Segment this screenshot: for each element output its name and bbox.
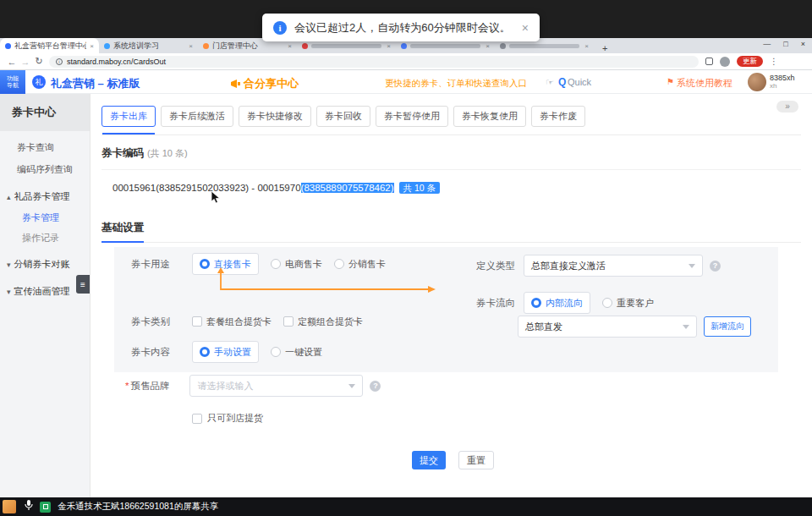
microphone-icon[interactable] bbox=[25, 499, 33, 514]
extensions-icon[interactable] bbox=[705, 58, 713, 65]
define-type-select[interactable]: 总部直接定义激活 bbox=[524, 255, 703, 277]
option-label: 重要客户 bbox=[617, 297, 654, 310]
tab-card-activate[interactable]: 券卡后续激活 bbox=[161, 106, 233, 127]
quick-search-icon[interactable]: Q bbox=[558, 76, 566, 88]
card-codes-range: 00015961(8385291502033923) - 00015970(83… bbox=[112, 183, 440, 195]
main-content: » 券卡出库 券卡后续激活 券卡快捷修改 券卡回收 券卡暂停使用 券卡恢复使用 … bbox=[91, 94, 812, 497]
tab-close-icon[interactable]: × bbox=[387, 42, 391, 50]
toast-message: 会议已超过2人，自动转为60分钟限时会议。 bbox=[294, 20, 511, 36]
tab-card-quick-edit[interactable]: 券卡快捷修改 bbox=[239, 106, 311, 127]
profile-avatar-icon[interactable] bbox=[720, 57, 730, 67]
sidebar-item-card-manage[interactable]: 券卡管理 bbox=[0, 207, 90, 228]
codes-count-badge: 共 10 条 bbox=[399, 182, 441, 194]
tab-close-icon[interactable]: × bbox=[189, 42, 193, 50]
sidebar-item-op-record[interactable]: 操作记录 bbox=[0, 228, 90, 248]
tutorial-link[interactable]: 系统使用教程 bbox=[677, 77, 732, 90]
tab-title: 礼盒营销平台管理中心 bbox=[14, 41, 86, 52]
browser-tab-active[interactable]: 礼盒营销平台管理中心 × bbox=[0, 38, 99, 53]
window-close-icon[interactable]: × bbox=[801, 40, 805, 48]
close-icon[interactable]: × bbox=[522, 21, 529, 35]
tutorial-flag-icon: ⚑ bbox=[667, 77, 674, 86]
quick-search-label[interactable]: Quick bbox=[568, 77, 591, 87]
tab-card-resume[interactable]: 券卡恢复使用 bbox=[453, 106, 526, 127]
codes-count: (共 10 条) bbox=[147, 148, 188, 158]
sidebar-item-serial-query[interactable]: 编码序列查询 bbox=[0, 158, 90, 180]
share-center-link[interactable]: 合分享中心 bbox=[244, 76, 299, 91]
url-text: standard.maboy.cn/CardsOut bbox=[67, 58, 166, 66]
flow-select[interactable]: 总部直发 bbox=[518, 316, 697, 338]
caret-down-icon: ▾ bbox=[7, 261, 11, 269]
tab-close-icon[interactable]: × bbox=[90, 42, 94, 50]
tab-card-void[interactable]: 券卡作废 bbox=[531, 106, 585, 127]
new-tab-button[interactable]: + bbox=[599, 43, 611, 53]
tab-title-placeholder bbox=[311, 44, 381, 48]
radio-manual-setup[interactable]: 手动设置 bbox=[192, 341, 259, 363]
screen-share-bar: 金禾通技术王斌18662591081的屏幕共享 bbox=[0, 497, 812, 516]
radio-icon bbox=[200, 347, 210, 357]
select-value: 总部直接定义激活 bbox=[531, 260, 606, 272]
presale-brand-label: 预售品牌 bbox=[130, 380, 169, 392]
browser-menu-icon[interactable]: ⋮ bbox=[770, 57, 778, 66]
store-only-row[interactable]: 只可到店提货 bbox=[192, 412, 263, 425]
radio-internal-flow[interactable]: 内部流向 bbox=[524, 292, 590, 314]
sidebar-collapse-handle[interactable]: ≡ bbox=[76, 275, 90, 294]
user-avatar[interactable] bbox=[748, 73, 766, 91]
site-info-icon[interactable]: i bbox=[56, 58, 63, 65]
menu-icon: ≡ bbox=[80, 280, 85, 289]
submit-button[interactable]: 提交 bbox=[412, 451, 446, 469]
favicon bbox=[401, 43, 407, 49]
checkbox-combo-card[interactable]: 套餐组合提货卡 bbox=[192, 316, 272, 328]
back-icon[interactable]: ← bbox=[5, 57, 19, 67]
basic-settings-title: 基础设置 bbox=[102, 221, 144, 243]
forward-icon[interactable]: → bbox=[19, 57, 32, 67]
usage-label: 券卡用途 bbox=[131, 258, 173, 271]
favicon bbox=[302, 43, 308, 49]
required-asterisk: * bbox=[125, 381, 129, 391]
help-icon[interactable]: ? bbox=[710, 261, 721, 272]
screen: i 会议已超过2人，自动转为60分钟限时会议。 × 礼盒营销平台管理中心 × 系… bbox=[0, 0, 812, 516]
option-label: 手动设置 bbox=[214, 346, 251, 359]
favicon bbox=[5, 43, 11, 49]
browser-tab[interactable]: 系统培训学习 × bbox=[99, 38, 198, 53]
add-flow-button[interactable]: 新增流向 bbox=[704, 316, 751, 337]
share-center-icon bbox=[230, 77, 241, 92]
presale-brand-select[interactable]: 请选择或输入 bbox=[189, 375, 363, 397]
window-minimize-icon[interactable]: — bbox=[763, 40, 771, 48]
tab-card-pause[interactable]: 券卡暂停使用 bbox=[376, 106, 448, 127]
favicon bbox=[500, 43, 506, 49]
browser-update-button[interactable]: 更新 bbox=[737, 56, 763, 67]
reset-button[interactable]: 重置 bbox=[458, 451, 494, 469]
radio-icon bbox=[602, 298, 612, 308]
radio-one-click-setup[interactable]: 一键设置 bbox=[271, 346, 322, 359]
radio-important-customer[interactable]: 重要客户 bbox=[602, 297, 654, 310]
help-icon[interactable]: ? bbox=[370, 381, 381, 392]
sidebar: 券卡中心 券卡查询 编码序列查询 ▴礼品券卡管理 券卡管理 操作记录 ▾分销券卡… bbox=[0, 94, 91, 497]
share-status-text: 金禾通技术王斌18662591081的屏幕共享 bbox=[58, 501, 218, 513]
mouse-cursor bbox=[211, 191, 222, 205]
form-panel: 券卡用途 直接售卡 电商售卡 分销售卡 bbox=[114, 247, 778, 372]
tab-card-recycle[interactable]: 券卡回收 bbox=[316, 106, 370, 127]
codes-title: 券卡编码 bbox=[102, 147, 144, 159]
reload-icon[interactable]: ↻ bbox=[32, 56, 46, 67]
share-app-icon[interactable] bbox=[40, 502, 51, 513]
chevron-down-icon bbox=[689, 264, 695, 268]
app-header: 功能 导航 礼 礼盒营销 – 标准版 合分享中心 更快捷的券卡、订单和快递查询入… bbox=[0, 70, 812, 94]
store-only-label: 只可到店提货 bbox=[207, 412, 263, 425]
sidebar-group-gift-cards[interactable]: ▴礼品券卡管理 bbox=[0, 185, 90, 207]
sidebar-group-distribution[interactable]: ▾分销券卡对账 bbox=[0, 253, 90, 275]
address-bar[interactable]: i standard.maboy.cn/CardsOut bbox=[49, 56, 699, 68]
basic-settings-header: 基础设置 bbox=[102, 219, 801, 243]
info-icon: i bbox=[273, 21, 287, 35]
tab-close-icon[interactable]: × bbox=[584, 42, 589, 50]
nav-toggle-button[interactable]: 功能 导航 bbox=[0, 70, 25, 94]
checkbox-icon bbox=[192, 316, 202, 327]
tab-close-icon[interactable]: × bbox=[288, 42, 292, 50]
divider bbox=[102, 169, 801, 170]
sidebar-item-card-query[interactable]: 券卡查询 bbox=[0, 136, 90, 158]
chevron-down-icon bbox=[348, 384, 355, 388]
checkbox-fixed-combo-card[interactable]: 定额组合提货卡 bbox=[283, 316, 363, 328]
window-maximize-icon[interactable]: □ bbox=[783, 40, 787, 48]
tab-close-icon[interactable]: × bbox=[486, 42, 490, 50]
tab-title: 门店管理中心 bbox=[212, 41, 284, 52]
tab-card-out[interactable]: 券卡出库 bbox=[102, 106, 156, 127]
